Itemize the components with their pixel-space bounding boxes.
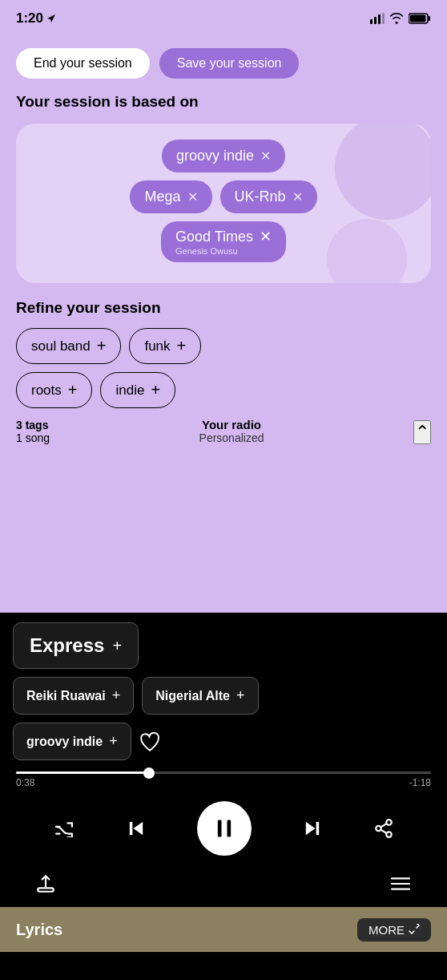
share-icon <box>373 818 394 839</box>
main-panel: End your session Save your session Your … <box>0 35 447 613</box>
collapse-button[interactable]: ⌃ <box>413 420 431 444</box>
session-tags-card: groovy indie ✕ Mega ✕ UK-Rnb ✕ Good Time… <box>16 124 431 283</box>
player-controls <box>13 792 434 867</box>
progress-times: 0:38 -1:18 <box>16 777 431 788</box>
express-row: Express + <box>13 622 434 677</box>
status-bar: 1:20 <box>0 0 447 35</box>
heart-button[interactable] <box>139 732 160 751</box>
tags-row-1: groovy indie ✕ <box>29 140 418 172</box>
song-good-times[interactable]: Good Times ✕ Genesis Owusu <box>161 221 286 262</box>
svg-rect-3 <box>382 13 385 24</box>
panel-radio: Your radio Personalized <box>199 418 264 444</box>
dark-chips-row-1: Reiki Ruawai + Nigerial Alte + <box>13 677 434 715</box>
lyrics-label: Lyrics <box>16 921 62 939</box>
tag-groovy-indie-label: groovy indie <box>176 148 254 164</box>
tag-uk-rnb[interactable]: UK-Rnb ✕ <box>220 180 317 213</box>
svg-line-16 <box>381 830 386 833</box>
queue-icon <box>389 875 412 893</box>
chip-nigerial-plus[interactable]: + <box>236 687 245 704</box>
progress-thumb[interactable] <box>143 767 155 779</box>
refine-indie[interactable]: indie + <box>100 372 175 408</box>
share-button[interactable] <box>373 818 394 839</box>
pause-icon <box>213 817 236 840</box>
song-title-label: Good Times <box>175 229 253 245</box>
upload-share-icon <box>35 873 56 894</box>
session-buttons-row: End your session Save your session <box>16 48 431 79</box>
tag-mega-close[interactable]: ✕ <box>187 189 198 205</box>
tag-mega-label: Mega <box>144 188 180 205</box>
refine-soul-band[interactable]: soul band + <box>16 328 121 364</box>
progress-bar-fill <box>16 771 149 774</box>
refine-title: Refine your session <box>16 299 431 317</box>
pause-button[interactable] <box>197 801 252 856</box>
tag-uk-rnb-close[interactable]: ✕ <box>292 189 303 205</box>
refine-indie-plus[interactable]: + <box>151 381 160 399</box>
tags-row-2: Mega ✕ UK-Rnb ✕ <box>29 180 418 213</box>
signal-icon <box>370 13 385 24</box>
tag-mega[interactable]: Mega ✕ <box>130 180 211 213</box>
refine-roots[interactable]: roots + <box>16 372 92 408</box>
prev-icon <box>124 817 148 840</box>
tags-row-3: Good Times ✕ Genesis Owusu <box>29 221 418 262</box>
refine-roots-label: roots <box>31 383 62 399</box>
panel-stats: 3 tags 1 song <box>16 419 50 444</box>
prev-button[interactable] <box>124 817 148 840</box>
expand-icon <box>409 924 420 935</box>
express-button[interactable]: Express + <box>13 622 139 669</box>
queue-button[interactable] <box>389 875 412 897</box>
chip-groovy-indie-dark[interactable]: groovy indie + <box>13 723 131 760</box>
refine-funk[interactable]: funk + <box>129 328 201 364</box>
lyrics-bar: Lyrics MORE <box>0 907 447 952</box>
svg-rect-10 <box>227 820 231 837</box>
svg-marker-7 <box>134 822 143 835</box>
bottom-toolbar <box>13 867 434 907</box>
chip-groovy-indie-plus[interactable]: + <box>109 733 118 750</box>
bottom-section: Express + Reiki Ruawai + Nigerial Alte +… <box>0 613 447 907</box>
express-label: Express <box>30 634 104 657</box>
refine-roots-plus[interactable]: + <box>68 381 78 399</box>
next-button[interactable] <box>300 817 324 840</box>
tag-groovy-indie[interactable]: groovy indie ✕ <box>162 140 285 172</box>
svg-rect-9 <box>218 820 222 837</box>
progress-current: 0:38 <box>16 777 34 788</box>
chip-nigerial-alte[interactable]: Nigerial Alte + <box>142 677 258 715</box>
progress-area: 0:38 -1:18 <box>13 771 434 788</box>
refine-funk-label: funk <box>144 338 170 354</box>
svg-point-15 <box>386 832 392 837</box>
express-plus[interactable]: + <box>112 637 122 655</box>
svg-rect-5 <box>410 15 426 22</box>
refine-row-2: roots + indie + <box>16 372 431 408</box>
wifi-icon <box>389 13 404 24</box>
song-artist-label: Genesis Owusu <box>175 246 238 256</box>
refine-funk-plus[interactable]: + <box>177 337 187 355</box>
shuffle-button[interactable] <box>53 820 75 837</box>
heart-icon <box>139 732 160 751</box>
song-chip-close[interactable]: ✕ <box>260 228 272 245</box>
session-based-on-title: Your session is based on <box>16 93 431 111</box>
end-session-button[interactable]: End your session <box>16 48 150 79</box>
tags-count: 3 tags <box>16 419 50 431</box>
svg-line-17 <box>381 824 386 827</box>
tag-groovy-indie-close[interactable]: ✕ <box>260 148 271 164</box>
panel-footer: 3 tags 1 song Your radio Personalized ⌃ <box>16 418 431 444</box>
chip-reiki-plus[interactable]: + <box>112 687 121 704</box>
chip-groovy-indie-label: groovy indie <box>26 735 103 749</box>
chip-nigerial-label: Nigerial Alte <box>155 689 230 703</box>
refine-soul-band-plus[interactable]: + <box>97 337 107 355</box>
save-session-button[interactable]: Save your session <box>159 48 300 79</box>
svg-marker-11 <box>306 822 316 835</box>
time-display: 1:20 <box>16 10 43 26</box>
progress-bar-bg[interactable] <box>16 771 431 774</box>
more-button[interactable]: MORE <box>357 918 431 942</box>
tag-uk-rnb-label: UK-Rnb <box>235 188 286 205</box>
svg-rect-18 <box>38 888 54 891</box>
progress-remaining: -1:18 <box>409 777 431 788</box>
svg-rect-2 <box>378 14 381 24</box>
chip-reiki-ruawai[interactable]: Reiki Ruawai + <box>13 677 134 715</box>
song-count: 1 song <box>16 431 50 444</box>
refine-row-1: soul band + funk + <box>16 328 431 364</box>
status-time-area: 1:20 <box>16 10 56 26</box>
refine-indie-label: indie <box>115 383 144 399</box>
battery-icon <box>409 13 431 24</box>
share-upload-button[interactable] <box>35 873 56 899</box>
